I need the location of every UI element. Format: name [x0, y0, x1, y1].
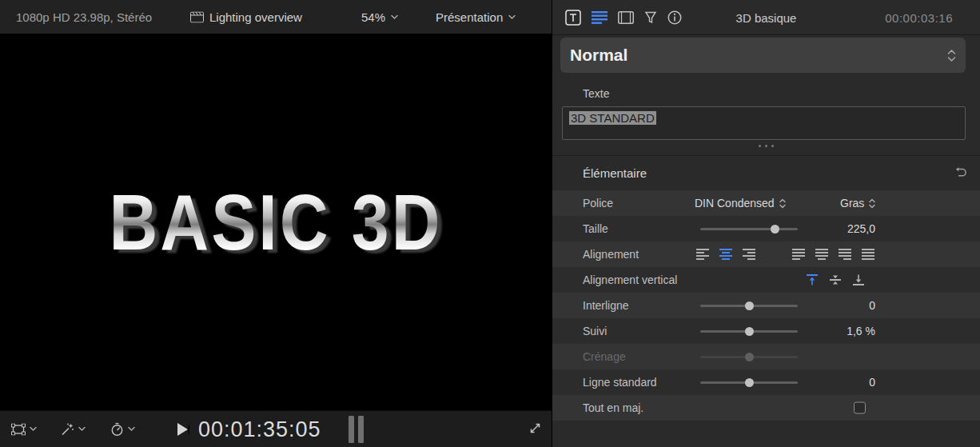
expand-icon	[528, 421, 542, 435]
chevron-down-icon	[30, 427, 37, 432]
chevron-down-icon	[391, 14, 398, 19]
crenage-label: Crénage	[583, 350, 626, 363]
tout-en-maj-row: Tout en maj.	[552, 395, 980, 421]
funnel-icon	[644, 11, 657, 24]
chevron-down-icon	[508, 14, 516, 19]
zoom-value: 54%	[361, 10, 385, 24]
zoom-menu[interactable]: 54%	[361, 10, 398, 24]
text-input[interactable]: 3D STANDARD	[562, 106, 966, 140]
font-weight-popup[interactable]: Gras	[840, 197, 875, 210]
final-cut-window: 1080p HD 23.98p, Stéréo Lighting overvie…	[0, 0, 980, 447]
taille-label: Taille	[583, 222, 608, 235]
inspector-tabs	[565, 10, 682, 26]
viewer-transport-bar: 00:01:35:05	[0, 410, 552, 447]
updown-chevrons-icon	[869, 198, 875, 209]
valign-center-button[interactable]	[830, 274, 841, 285]
interligne-slider[interactable]	[700, 301, 798, 310]
alignement-vertical-row: Alignement vertical	[552, 267, 980, 293]
vertical-alignment-buttons	[807, 274, 864, 285]
project-name: Lighting overview	[209, 10, 302, 24]
title-inspector-tab[interactable]	[592, 11, 608, 24]
taille-slider[interactable]	[700, 224, 798, 233]
police-row: Police DIN Condensed Gras	[552, 190, 980, 216]
basic-section-header: Élémentaire	[552, 155, 980, 190]
interligne-label: Interligne	[583, 299, 629, 312]
presentation-label: Présentation	[436, 10, 503, 24]
reset-arrow-icon	[955, 167, 967, 178]
taille-value[interactable]: 225,0	[792, 222, 875, 235]
video-canvas: BASIC 3D BASIC 3D	[0, 34, 552, 410]
police-label: Police	[583, 197, 613, 210]
align-right-button[interactable]	[743, 249, 755, 260]
tout-en-maj-label: Tout en maj.	[583, 401, 643, 414]
uppercase-checkbox[interactable]	[854, 402, 866, 414]
clip-name: 3D basique	[736, 10, 797, 24]
alignement-vertical-label: Alignement vertical	[583, 273, 677, 286]
transform-tools-menu[interactable]	[11, 423, 37, 435]
ligne-standard-label: Ligne standard	[583, 376, 657, 389]
interligne-value[interactable]: 0	[792, 299, 875, 312]
viewer-pane: 1080p HD 23.98p, Stéréo Lighting overvie…	[0, 0, 552, 447]
inspector-pane: 3D basique 00:00:03:16 Normal Texte 3D S…	[552, 0, 980, 447]
viewer-toolbar: 1080p HD 23.98p, Stéréo Lighting overvie…	[0, 0, 552, 34]
format-label: 1080p HD 23.98p, Stéréo	[16, 10, 152, 24]
clip-duration: 00:00:03:16	[885, 10, 953, 24]
inspector-toolbar: 3D basique 00:00:03:16	[552, 0, 980, 35]
alignement-row: Alignement	[552, 241, 980, 267]
canvas-text: BASIC 3D	[110, 178, 443, 265]
font-family-popup[interactable]: DIN Condensed	[695, 197, 786, 210]
video-frame-icon	[618, 11, 634, 24]
text-t-icon	[565, 10, 581, 26]
retime-clock-icon	[110, 422, 124, 436]
align-center-button[interactable]	[719, 249, 732, 260]
retime-menu[interactable]	[110, 422, 135, 436]
effects-tools-menu[interactable]	[61, 422, 86, 436]
basic-section-title: Élémentaire	[583, 166, 647, 180]
align-left-button[interactable]	[696, 249, 709, 260]
crenage-slider	[700, 352, 798, 361]
ligne-standard-value[interactable]: 0	[792, 376, 875, 389]
reset-section-button[interactable]	[955, 167, 967, 180]
suivi-label: Suivi	[583, 325, 607, 337]
clapperboard-icon	[190, 11, 204, 22]
text-lines-icon	[592, 11, 608, 24]
interligne-row: Interligne 0	[552, 293, 980, 318]
textbox-resize-handle[interactable]	[552, 142, 980, 150]
suivi-value[interactable]: 1,6 %	[792, 325, 875, 337]
transform-icon	[11, 423, 26, 435]
suivi-slider[interactable]	[700, 326, 798, 336]
effects-wand-icon	[61, 422, 74, 436]
project-indicator: Lighting overview	[190, 10, 302, 24]
texte-label: Texte	[583, 87, 980, 102]
updown-chevrons-icon	[779, 198, 786, 209]
crenage-row: Crénage	[552, 344, 980, 369]
viewer-timecode[interactable]: 00:01:35:05	[198, 417, 321, 441]
text-inspector-tab[interactable]	[565, 10, 581, 26]
justify-last-left-button[interactable]	[792, 249, 805, 260]
info-inspector-tab[interactable]	[667, 10, 682, 25]
play-button[interactable]	[177, 423, 189, 436]
justify-last-right-button[interactable]	[839, 249, 851, 260]
presentation-menu[interactable]: Présentation	[436, 10, 516, 24]
taille-row: Taille 225,0	[552, 216, 980, 241]
font-family-value: DIN Condensed	[695, 197, 775, 210]
ligne-standard-row: Ligne standard 0	[552, 369, 980, 395]
blend-mode-popup[interactable]: Normal	[560, 38, 966, 73]
suivi-row: Suivi 1,6 %	[552, 318, 980, 344]
canvas-title: BASIC 3D BASIC 3D	[110, 178, 443, 268]
blend-mode-value: Normal	[570, 46, 947, 65]
chevron-down-icon	[128, 427, 135, 432]
valign-top-button[interactable]	[807, 274, 818, 285]
fullscreen-button[interactable]	[528, 421, 542, 437]
filter-inspector-tab[interactable]	[644, 11, 657, 24]
text-input-selected-value: 3D STANDARD	[569, 111, 656, 125]
audio-meters	[349, 416, 364, 443]
alignement-label: Alignement	[583, 248, 639, 261]
justify-last-center-button[interactable]	[815, 249, 828, 260]
valign-bottom-button[interactable]	[853, 274, 864, 285]
font-weight-value: Gras	[840, 197, 864, 210]
video-inspector-tab[interactable]	[618, 11, 634, 24]
updown-chevrons-icon	[947, 49, 956, 62]
ligne-standard-slider[interactable]	[700, 377, 798, 387]
justify-all-button[interactable]	[862, 249, 874, 260]
